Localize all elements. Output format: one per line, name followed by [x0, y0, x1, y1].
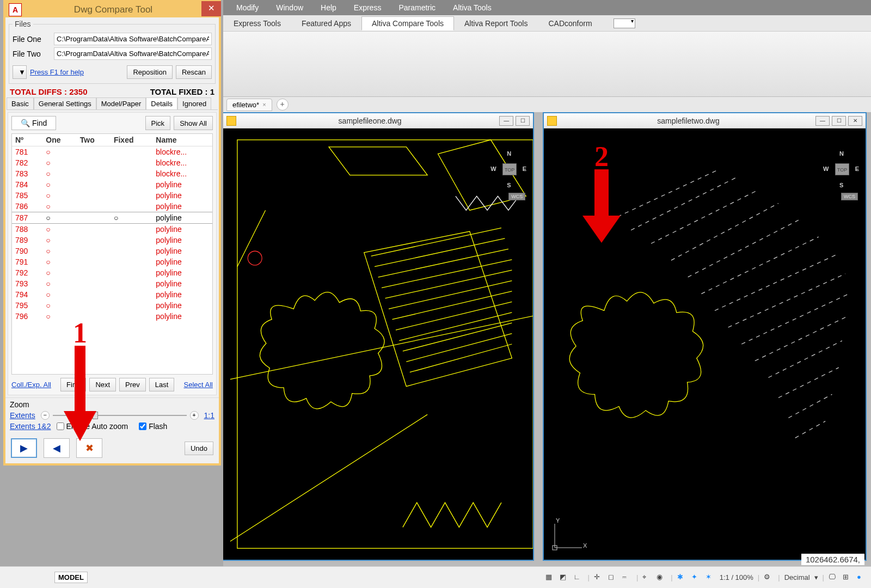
last-button[interactable]: Last — [149, 378, 175, 391]
document-tab[interactable]: efiletwo* × — [226, 99, 272, 111]
ribbon-tab-cadconform[interactable]: CADconform — [538, 16, 602, 30]
scale-indicator[interactable]: 1:1 / 100% — [720, 573, 753, 581]
tab-ignored[interactable]: Ignored — [177, 97, 211, 109]
table-row[interactable]: 789○polyline — [12, 235, 212, 246]
menu-express[interactable]: Express — [345, 3, 390, 12]
table-row[interactable]: 786○polyline — [12, 201, 212, 212]
minimize-button[interactable]: — — [499, 116, 513, 126]
ribbon-tab-altiva-compare[interactable]: Altiva Compare Tools — [361, 16, 454, 30]
viewcube[interactable]: N S W E TOP — [489, 150, 527, 188]
table-row[interactable]: 782○blockre... — [12, 157, 212, 168]
tab-model-paper[interactable]: Model/Paper — [96, 97, 146, 109]
table-row[interactable]: 781○blockre... — [12, 146, 212, 158]
file-two-input[interactable] — [54, 47, 212, 60]
one-to-one-link[interactable]: 1:1 — [204, 411, 214, 420]
constraints-icon[interactable]: ⎓ — [622, 573, 632, 583]
select-all-link[interactable]: Select All — [184, 381, 213, 389]
ribbon-tab-express-tools[interactable]: Express Tools — [223, 16, 291, 30]
menu-altiva-tools[interactable]: Altiva Tools — [444, 3, 500, 12]
user-icon[interactable]: ✱ — [677, 573, 687, 583]
osnap-icon[interactable]: ◻ — [608, 573, 618, 583]
table-row[interactable]: 792○polyline — [12, 267, 212, 278]
close-icon[interactable]: × — [262, 101, 266, 108]
undo-button[interactable]: Undo — [185, 442, 213, 455]
table-row[interactable]: 795○polyline — [12, 300, 212, 311]
maximize-button[interactable]: ☐ — [516, 116, 530, 126]
menu-parametric[interactable]: Parametric — [390, 3, 444, 12]
ribbon-tab-featured-apps[interactable]: Featured Apps — [291, 16, 361, 30]
table-row[interactable]: 796○polyline — [12, 311, 212, 322]
model-space-toggle[interactable]: MODEL — [54, 572, 88, 583]
zoom-out-icon[interactable]: − — [41, 411, 50, 420]
tracking-icon[interactable]: ✶ — [706, 573, 715, 583]
polar-icon[interactable]: ✛ — [594, 573, 604, 583]
find-button[interactable]: 🔍Find — [11, 116, 56, 130]
new-document-button[interactable]: + — [277, 99, 289, 111]
workspace-icon[interactable]: ◉ — [657, 573, 666, 583]
document-tab-strip: efiletwo* × + — [223, 97, 871, 112]
show-all-button[interactable]: Show All — [174, 116, 213, 130]
sync-icon[interactable]: ● — [857, 573, 867, 583]
tab-basic[interactable]: Basic — [7, 97, 34, 109]
extents-both-link[interactable]: Extents 1&2 — [10, 422, 51, 431]
viewport-one-canvas[interactable]: N S W E TOP WCS — [223, 128, 533, 560]
viewcube-top[interactable]: TOP — [835, 163, 849, 175]
maximize-button[interactable]: ☐ — [832, 116, 846, 126]
help-link[interactable]: Press F1 for help — [30, 68, 124, 76]
reposition-button[interactable]: Reposition — [127, 65, 172, 79]
table-row[interactable]: 793○polyline — [12, 278, 212, 289]
prev-button[interactable]: Prev — [119, 378, 146, 391]
apply-forward-button[interactable]: ▶ — [11, 438, 37, 458]
annotation-2: 2 — [577, 140, 626, 246]
tab-details[interactable]: Details — [146, 97, 177, 109]
svg-line-8 — [371, 228, 501, 256]
pick-button[interactable]: Pick — [145, 116, 171, 130]
tab-general-settings[interactable]: General Settings — [34, 97, 96, 109]
viewport-one[interactable]: samplefileone.dwg — ☐ — [223, 112, 534, 561]
extents-link[interactable]: Extents — [10, 411, 35, 420]
svg-rect-37 — [75, 346, 85, 411]
units-dropdown[interactable]: Decimal — [784, 573, 810, 581]
table-row[interactable]: 794○polyline — [12, 289, 212, 300]
diffs-table[interactable]: Nº One Two Fixed Name 781○blockre...782○… — [11, 133, 213, 375]
ribbon-minimize-dropdown[interactable] — [614, 19, 635, 28]
ortho-icon[interactable]: ∟ — [574, 573, 584, 583]
compare-titlebar[interactable]: A Dwg Compare Tool ✕ — [5, 2, 219, 17]
collapse-expand-link[interactable]: Coll./Exp. All — [11, 381, 51, 389]
zoom-group: Zoom Extents − + 1:1 Extents 1&2 Enable … — [5, 397, 219, 433]
tree-icon[interactable]: ⊞ — [843, 573, 852, 583]
menu-help[interactable]: Help — [312, 3, 345, 12]
close-button[interactable]: ✕ — [201, 1, 221, 16]
zoom-in-icon[interactable]: + — [190, 411, 199, 420]
svg-line-6 — [230, 316, 533, 379]
action-row: ▶ ◀ ✖ Undo — [5, 433, 219, 463]
menu-window[interactable]: Window — [267, 3, 312, 12]
rescan-button[interactable]: Rescan — [176, 65, 212, 79]
svg-line-23 — [671, 203, 778, 260]
grid-icon[interactable]: ▦ — [545, 573, 555, 583]
menu-modify[interactable]: Modify — [228, 3, 267, 12]
table-row[interactable]: 785○polyline — [12, 190, 212, 201]
ribbon-tab-altiva-report[interactable]: Altiva Report Tools — [454, 16, 538, 30]
file-dropdown-button[interactable]: ▼ — [13, 65, 27, 79]
table-row[interactable]: 788○polyline — [12, 224, 212, 235]
minimize-button[interactable]: — — [815, 116, 830, 126]
gear-icon[interactable]: ⚙ — [764, 573, 774, 583]
table-row[interactable]: 790○polyline — [12, 246, 212, 256]
close-button[interactable]: ✕ — [848, 116, 862, 126]
dynamic-input-icon[interactable]: ⌖ — [642, 573, 652, 583]
flash-checkbox[interactable]: Flash — [139, 422, 167, 431]
viewport-one-titlebar: samplefileone.dwg — ☐ — [223, 113, 533, 128]
table-row[interactable]: 783○blockre... — [12, 168, 212, 179]
table-row[interactable]: 784○polyline — [12, 179, 212, 190]
viewcube[interactable]: N S W E TOP — [822, 150, 860, 188]
x-icon: ✖ — [85, 442, 94, 454]
file-one-input[interactable] — [54, 33, 212, 45]
viewcube-top[interactable]: TOP — [502, 163, 517, 175]
table-row[interactable]: 787○○polyline — [12, 212, 212, 224]
isoplane-icon[interactable]: ✦ — [691, 573, 701, 583]
table-row[interactable]: 791○polyline — [12, 256, 212, 267]
monitor-icon[interactable]: 🖵 — [829, 573, 838, 583]
compare-tabs: Basic General Settings Model/Paper Detai… — [7, 97, 218, 110]
snap-icon[interactable]: ◩ — [560, 573, 569, 583]
